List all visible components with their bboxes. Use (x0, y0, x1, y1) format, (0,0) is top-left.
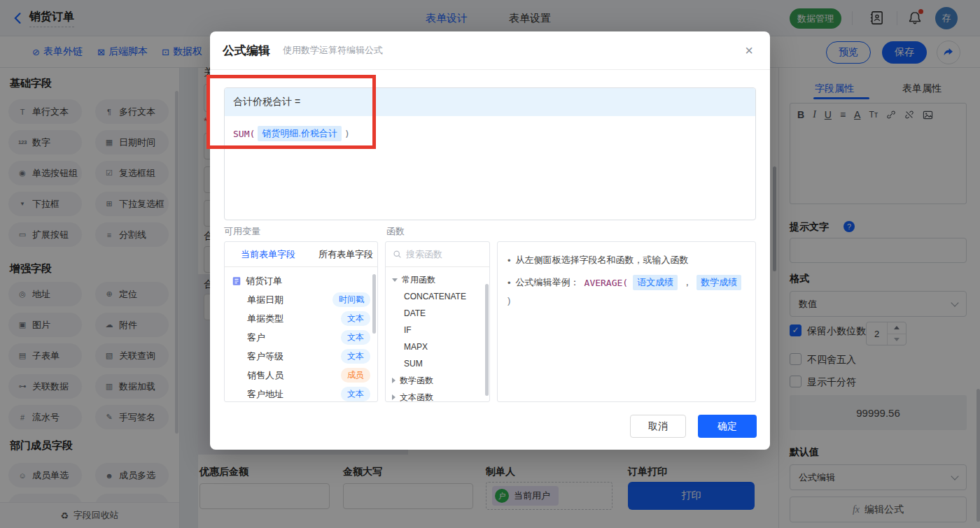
help-line-2: • 公式编辑举例： AVERAGE( 语文成绩 ， 数学成绩 ) (507, 275, 746, 306)
variable-name: 销售人员 (247, 369, 284, 382)
type-badge: 文本 (341, 311, 370, 326)
caret-right-icon (392, 378, 396, 383)
function-group-common[interactable]: 常用函数 (386, 271, 489, 288)
close-icon[interactable]: × (745, 43, 753, 57)
function-item[interactable]: CONCATENATE (386, 288, 489, 305)
modal-title: 公式编辑 (223, 43, 270, 59)
variable-name: 单据日期 (247, 294, 284, 306)
app-root: 销货订单 表单设计 表单设置 数据管理 存 ⊘ 表单外链 ⊠ 后端脚本 ⊡ 数据… (0, 0, 980, 528)
group-label: 数学函数 (400, 375, 433, 387)
variable-name: 客户 (247, 331, 265, 344)
variable-name: 客户等级 (247, 350, 284, 363)
caret-down-icon (392, 278, 398, 282)
bullet-icon: • (507, 255, 511, 266)
form-doc-icon (232, 276, 241, 286)
cancel-button[interactable]: 取消 (630, 415, 686, 438)
function-label: IF (404, 325, 412, 335)
bullet-icon: • (507, 278, 511, 288)
type-badge: 时间戳 (332, 292, 370, 307)
closing-paren: ) (507, 295, 510, 306)
annotation-highlight-rectangle (206, 75, 376, 149)
function-item[interactable]: DATE (386, 305, 489, 322)
function-item[interactable]: IF (386, 322, 489, 338)
function-item[interactable]: MAPX (386, 338, 489, 355)
variable-row[interactable]: 单据日期时间戳 (225, 290, 377, 309)
variables-tree-root[interactable]: 销货订单 (225, 271, 377, 290)
variables-tabs: 当前表单字段 所有表单字段 (225, 242, 377, 267)
function-label: CONCATENATE (404, 292, 466, 301)
functions-section-label: 函数 (386, 225, 405, 238)
root-form-name: 销货订单 (246, 275, 282, 287)
variables-panel: 当前表单字段 所有表单字段 销货订单 单据日期时间戳 单据类型文本 客户文本 客… (224, 241, 378, 402)
tab-current-form-fields[interactable]: 当前表单字段 (241, 248, 295, 261)
variable-row[interactable]: 客户文本 (225, 328, 377, 347)
function-group-math[interactable]: 数学函数 (386, 372, 489, 389)
tab-all-form-fields[interactable]: 所有表单字段 (318, 248, 373, 261)
example-chip: 语文成绩 (633, 275, 678, 290)
function-label: DATE (404, 308, 426, 318)
help-line-1: • 从左侧面板选择字段名和函数，或输入函数 (507, 254, 746, 266)
help-text: 从左侧面板选择字段名和函数，或输入函数 (516, 254, 689, 266)
type-badge: 成员 (341, 368, 370, 383)
function-label: MAPX (404, 342, 428, 352)
formula-help-panel: • 从左侧面板选择字段名和函数，或输入函数 • 公式编辑举例： AVERAGE(… (497, 241, 756, 402)
example-label: 公式编辑举例： (516, 276, 580, 289)
function-item[interactable]: SUM (386, 355, 489, 372)
group-label: 文本函数 (400, 392, 433, 403)
variable-row[interactable]: 客户地址文本 (225, 385, 377, 402)
type-badge: 文本 (341, 387, 370, 401)
comma: ， (682, 276, 692, 289)
function-search-input[interactable] (406, 249, 476, 259)
search-icon (393, 250, 402, 259)
modal-subtitle: 使用数学运算符编辑公式 (283, 44, 383, 57)
function-group-text[interactable]: 文本函数 (386, 389, 489, 402)
function-search[interactable] (386, 242, 489, 267)
function-label: SUM (404, 359, 423, 369)
group-label: 常用函数 (402, 274, 435, 286)
variable-name: 客户地址 (247, 388, 284, 401)
variable-row[interactable]: 单据类型文本 (225, 309, 377, 328)
type-badge: 文本 (341, 330, 370, 345)
functions-panel: 常用函数 CONCATENATE DATE IF MAPX SUM 数学函数 文… (385, 241, 490, 402)
variables-section-label: 可用变量 (224, 225, 260, 238)
functions-scrollbar[interactable] (485, 284, 489, 396)
variable-row[interactable]: 客户等级文本 (225, 347, 377, 366)
type-badge: 文本 (341, 349, 370, 364)
modal-header: 公式编辑 使用数学运算符编辑公式 × (210, 31, 770, 70)
variable-name: 单据类型 (247, 313, 284, 325)
variable-row[interactable]: 销售人员成员 (225, 366, 377, 385)
example-function-name: AVERAGE( (584, 278, 629, 288)
variables-scrollbar[interactable] (372, 274, 376, 334)
caret-right-icon (392, 394, 396, 400)
example-chip: 数学成绩 (696, 275, 741, 290)
confirm-button[interactable]: 确定 (698, 415, 757, 438)
